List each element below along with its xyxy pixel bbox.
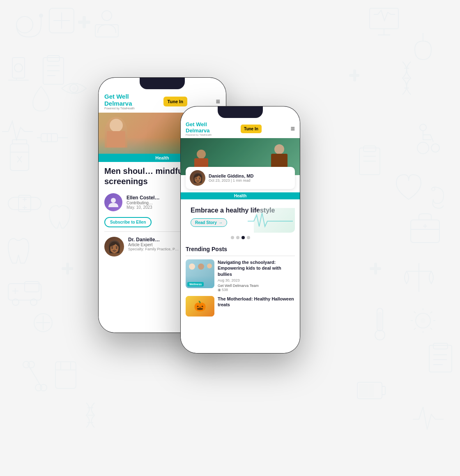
svg-point-46 [431, 144, 439, 152]
back-expert-info: Dr. Danielle… Article Expert Specialty: … [128, 237, 179, 251]
svg-rect-33 [25, 282, 39, 292]
svg-line-100 [414, 312, 416, 313]
svg-rect-62 [382, 386, 385, 395]
back-expert-specialty: Specialty: Family Practice, P… [128, 247, 179, 251]
back-subscribe-button[interactable]: Subscribe to Ellen [104, 217, 152, 227]
svg-point-105 [111, 198, 116, 203]
front-logo: Get Well Delmarva Powered by TidalHealth [186, 121, 212, 136]
svg-point-5 [102, 11, 112, 21]
svg-rect-76 [55, 362, 76, 388]
back-author-avatar [104, 193, 122, 211]
views-icon: ◉ [218, 288, 221, 292]
trending-info-1: Navigating the schoolyard: Empowering ki… [218, 259, 295, 292]
svg-rect-47 [411, 220, 439, 243]
svg-point-94 [40, 384, 47, 391]
back-logo-get-well: Get Well [104, 93, 135, 100]
svg-point-92 [28, 361, 34, 368]
phone-front-screen: Get Well Delmarva Powered by TidalHealth… [181, 106, 300, 353]
trending-item-1[interactable]: Wellness Navigating the schoolyard: Empo… [186, 259, 295, 292]
svg-rect-16 [12, 140, 27, 144]
carousel-dot-1[interactable] [231, 236, 234, 239]
trending-author-1: Get Well Delmarva Team [218, 284, 295, 288]
trending-divider [186, 256, 295, 256]
carousel-dot-3[interactable] [242, 236, 245, 239]
front-author-card: Danielle Giddins, MD Oct 23, 2023 | 1 mi… [186, 167, 295, 189]
trending-title: Trending Posts [186, 246, 295, 252]
svg-rect-17 [10, 144, 29, 171]
svg-point-89 [432, 187, 435, 191]
svg-rect-72 [374, 263, 377, 275]
wellness-badge: Wellness [187, 282, 204, 287]
carousel-dots [181, 236, 300, 239]
carousel-dot-2[interactable] [236, 236, 239, 239]
back-logo: Get Well Delmarva Powered by TidalHealth [104, 93, 135, 110]
svg-point-104 [421, 319, 425, 323]
front-category-banner: Health [181, 192, 300, 199]
trending-views-1: ◉ 538 [218, 288, 295, 292]
back-author-date: May. 10, 2023 [126, 205, 160, 210]
front-logo-powered: Powered by TidalHealth [186, 134, 212, 136]
svg-rect-6 [95, 25, 118, 37]
front-author-avatar [190, 170, 205, 186]
front-featured-card: Embrace a healthy lifestyle Read Story → [186, 203, 295, 233]
back-author-role: Contributing… [126, 201, 160, 205]
svg-rect-55 [378, 312, 382, 329]
back-expert-avatar [104, 237, 124, 256]
svg-rect-66 [83, 16, 86, 28]
svg-point-54 [375, 330, 385, 340]
svg-line-90 [29, 366, 41, 386]
svg-point-1 [39, 14, 43, 17]
front-author-name: Danielle Giddins, MD [209, 173, 253, 178]
front-hamburger-icon[interactable]: ≡ [290, 125, 295, 133]
front-logo-get-well: Get Well [186, 121, 212, 127]
back-logo-powered: Powered by TidalHealth [104, 107, 135, 110]
phone-front: Get Well Delmarva Powered by TidalHealth… [181, 106, 300, 353]
svg-rect-12 [47, 55, 60, 61]
front-tune-in-button[interactable]: Tune In [241, 125, 262, 133]
back-expert-name: Dr. Danielle… [128, 237, 179, 243]
trending-item-title-2: The Motherload: Healthy Halloween treats [218, 296, 295, 308]
svg-line-102 [414, 328, 416, 330]
back-author-name: Ellen Costel… [126, 195, 160, 201]
phone-front-content: Get Well Delmarva Powered by TidalHealth… [181, 118, 300, 353]
svg-rect-57 [433, 343, 448, 349]
front-phone-header: Get Well Delmarva Powered by TidalHealth… [181, 118, 300, 138]
svg-point-88 [72, 87, 76, 90]
trending-thumb-1: Wellness [186, 259, 214, 288]
trending-info-2: The Motherload: Healthy Halloween treats [218, 296, 295, 317]
trending-item-title-1: Navigating the schoolyard: Empowering ki… [218, 259, 295, 277]
svg-point-8 [14, 64, 23, 72]
carousel-dot-4[interactable] [247, 236, 250, 239]
svg-point-45 [417, 142, 429, 154]
front-logo-delmarva: Delmarva [186, 127, 212, 134]
back-tune-in-button[interactable]: Tune In [163, 97, 187, 106]
svg-rect-21 [41, 134, 58, 142]
read-story-button[interactable]: Read Story → [191, 218, 227, 227]
front-author-details: Danielle Giddins, MD Oct 23, 2023 | 1 mi… [209, 173, 253, 183]
back-expert-role: Article Expert [128, 243, 179, 247]
front-author-meta: Oct 23, 2023 | 1 min read [209, 178, 253, 183]
svg-point-44 [420, 124, 426, 131]
back-hamburger-icon[interactable]: ≡ [216, 97, 220, 106]
back-author-info: Ellen Costel… Contributing… May. 10, 202… [126, 195, 160, 210]
svg-point-0 [16, 16, 33, 33]
svg-line-101 [430, 312, 432, 313]
trending-item-2[interactable]: 🎃 The Motherload: Healthy Halloween trea… [186, 296, 295, 317]
phone-front-notch [218, 106, 263, 118]
trending-date-1: Aug 30, 2023 [218, 278, 295, 282]
phone-back-notch [140, 78, 185, 89]
trending-thumb-2: 🎃 [186, 296, 214, 317]
svg-rect-70 [66, 263, 69, 275]
svg-line-103 [430, 328, 432, 330]
back-logo-delmarva: Delmarva [104, 100, 135, 107]
trending-section: Trending Posts Wellness [181, 242, 300, 318]
